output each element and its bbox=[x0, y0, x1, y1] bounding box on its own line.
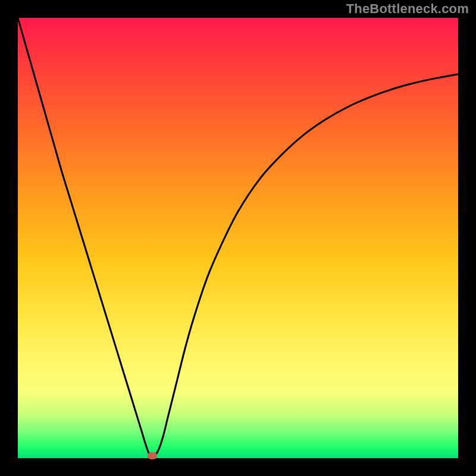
minimum-marker bbox=[148, 452, 157, 459]
curve-svg bbox=[18, 18, 458, 458]
bottleneck-curve bbox=[18, 18, 458, 457]
plot-area bbox=[18, 18, 458, 458]
attribution-text: TheBottleneck.com bbox=[346, 1, 469, 17]
chart-frame: TheBottleneck.com bbox=[0, 0, 476, 476]
